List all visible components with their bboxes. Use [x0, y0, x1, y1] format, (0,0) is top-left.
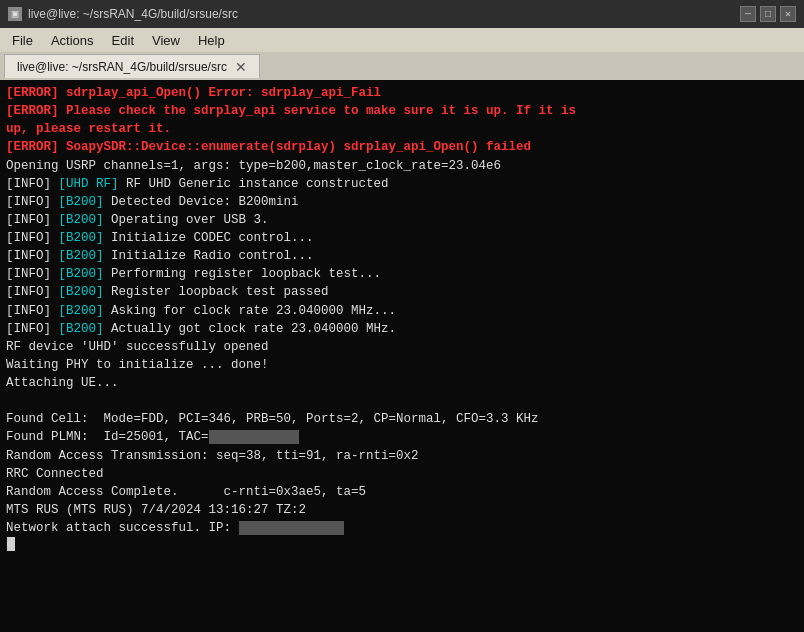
terminal-line-9: [INFO] [B200] Initialize CODEC control..… [6, 229, 798, 247]
terminal-line-14: [INFO] [B200] Actually got clock rate 23… [6, 320, 798, 338]
terminal-line-19: Found Cell: Mode=FDD, PCI=346, PRB=50, P… [6, 410, 798, 428]
terminal-line-15: RF device 'UHD' successfully opened [6, 338, 798, 356]
terminal-line-7: [INFO] [B200] Detected Device: B200mini [6, 193, 798, 211]
title-bar: ▣ live@live: ~/srsRAN_4G/build/srsue/src… [0, 0, 804, 28]
menu-actions[interactable]: Actions [43, 31, 102, 50]
terminal-line-8: [INFO] [B200] Operating over USB 3. [6, 211, 798, 229]
window-controls: ─ □ ✕ [740, 6, 796, 22]
terminal-line-16: Waiting PHY to initialize ... done! [6, 356, 798, 374]
terminal-output[interactable]: [ERROR] sdrplay_api_Open() Error: sdrpla… [0, 80, 804, 632]
window-title: live@live: ~/srsRAN_4G/build/srsue/src [28, 7, 238, 21]
terminal-line-5: Opening USRP channels=1, args: type=b200… [6, 157, 798, 175]
minimize-button[interactable]: ─ [740, 6, 756, 22]
terminal-line-25: Network attach successful. IP: [6, 519, 798, 537]
terminal-line-20: Found PLMN: Id=25001, TAC= [6, 428, 798, 446]
terminal-line-18 [6, 392, 798, 410]
close-button[interactable]: ✕ [780, 6, 796, 22]
tab-label: live@live: ~/srsRAN_4G/build/srsue/src [17, 60, 227, 74]
terminal-line-1: [ERROR] sdrplay_api_Open() Error: sdrpla… [6, 84, 798, 102]
menu-file[interactable]: File [4, 31, 41, 50]
terminal-line-24: MTS RUS (MTS RUS) 7/4/2024 13:16:27 TZ:2 [6, 501, 798, 519]
menu-edit[interactable]: Edit [104, 31, 142, 50]
terminal-line-2: [ERROR] Please check the sdrplay_api ser… [6, 102, 798, 120]
terminal-line-13: [INFO] [B200] Asking for clock rate 23.0… [6, 302, 798, 320]
title-bar-left: ▣ live@live: ~/srsRAN_4G/build/srsue/src [8, 7, 238, 21]
terminal-tab[interactable]: live@live: ~/srsRAN_4G/build/srsue/src ✕ [4, 54, 260, 78]
terminal-line-10: [INFO] [B200] Initialize Radio control..… [6, 247, 798, 265]
tab-bar: live@live: ~/srsRAN_4G/build/srsue/src ✕ [0, 52, 804, 80]
terminal-line-17: Attaching UE... [6, 374, 798, 392]
terminal-cursor [7, 537, 15, 551]
terminal-line-6: [INFO] [UHD RF] RF UHD Generic instance … [6, 175, 798, 193]
menu-bar: File Actions Edit View Help [0, 28, 804, 52]
terminal-line-12: [INFO] [B200] Register loopback test pas… [6, 283, 798, 301]
terminal-line-23: Random Access Complete. c-rnti=0x3ae5, t… [6, 483, 798, 501]
window-icon: ▣ [8, 7, 22, 21]
terminal-line-4: [ERROR] SoapySDR::Device::enumerate(sdrp… [6, 138, 798, 156]
terminal-line-21: Random Access Transmission: seq=38, tti=… [6, 447, 798, 465]
terminal-cursor-line [6, 537, 798, 551]
tab-close-button[interactable]: ✕ [235, 59, 247, 75]
maximize-button[interactable]: □ [760, 6, 776, 22]
menu-view[interactable]: View [144, 31, 188, 50]
terminal-line-3: up, please restart it. [6, 120, 798, 138]
terminal-line-22: RRC Connected [6, 465, 798, 483]
menu-help[interactable]: Help [190, 31, 233, 50]
terminal-line-11: [INFO] [B200] Performing register loopba… [6, 265, 798, 283]
